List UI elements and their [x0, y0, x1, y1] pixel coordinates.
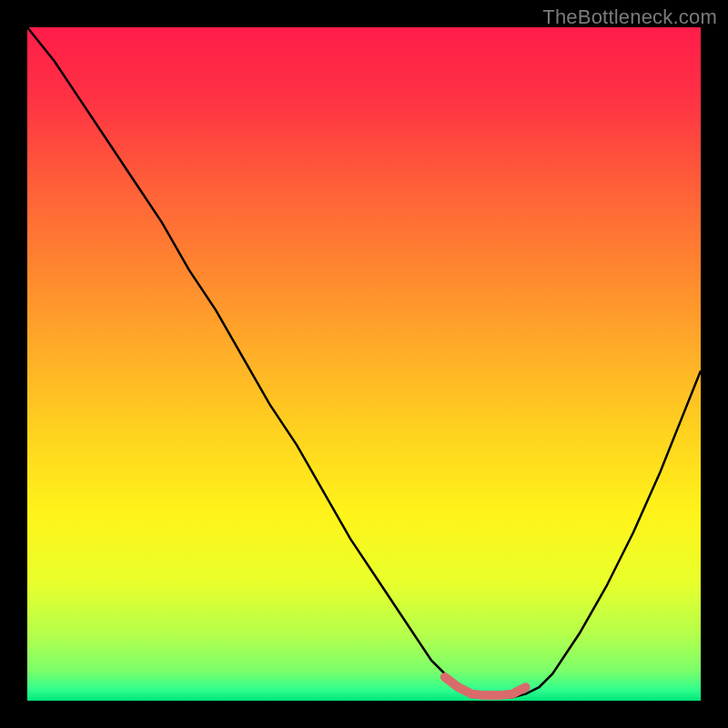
chart-frame: TheBottleneck.com — [0, 0, 728, 728]
bottleneck-curve — [27, 27, 701, 701]
plot-area — [27, 27, 701, 701]
watermark-text: TheBottleneck.com — [542, 5, 717, 29]
